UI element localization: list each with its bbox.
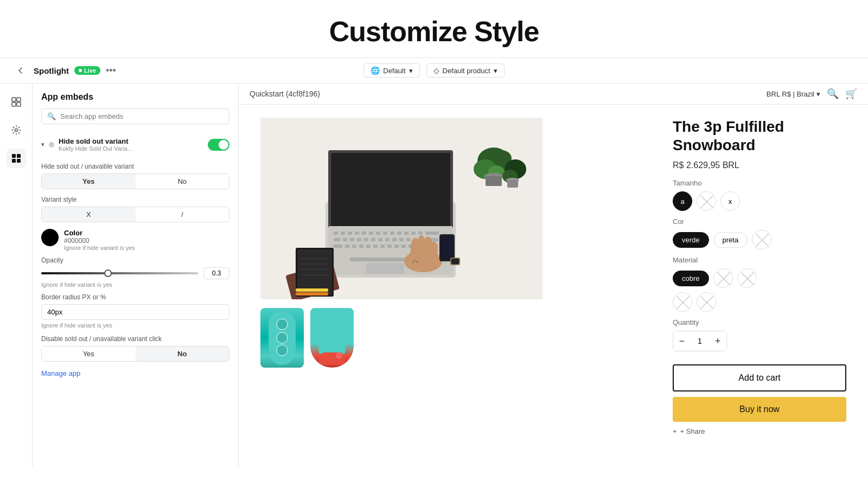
svg-rect-21 — [383, 232, 387, 235]
sidebar — [0, 84, 33, 467]
live-dot — [79, 69, 82, 72]
variant-x-button[interactable]: X — [42, 207, 136, 222]
svg-rect-32 — [364, 238, 368, 241]
tamanho-x-option[interactable]: x — [720, 191, 740, 211]
opacity-control — [41, 267, 229, 279]
disable-yes-button[interactable]: Yes — [42, 346, 136, 361]
opacity-input[interactable] — [203, 267, 229, 279]
tamanho-a-option[interactable]: a — [673, 191, 692, 211]
cor-preta-option[interactable]: preta — [713, 232, 748, 248]
live-badge: Live — [74, 66, 100, 75]
quantity-decrease-button[interactable]: − — [673, 331, 691, 351]
embed-status-dot — [49, 142, 54, 147]
cor-options: verde preta — [673, 230, 846, 249]
sidebar-settings-icon[interactable] — [7, 120, 26, 140]
cor-verde-option[interactable]: verde — [673, 232, 709, 248]
svg-rect-33 — [371, 238, 375, 241]
disable-label: Disable sold out / unavailable variant c… — [41, 335, 229, 343]
opacity-note: Ignore if hide variant is yes — [41, 281, 229, 288]
svg-point-92 — [336, 352, 342, 359]
svg-rect-47 — [373, 245, 378, 248]
chevron-down-icon: ▾ — [409, 67, 413, 75]
opacity-slider[interactable] — [41, 272, 198, 274]
buy-now-button[interactable]: Buy it now — [673, 397, 846, 422]
manage-app-link[interactable]: Manage app — [41, 369, 229, 377]
add-to-cart-button[interactable]: Add to cart — [673, 364, 846, 391]
embed-toggle[interactable] — [208, 139, 229, 151]
no-button[interactable]: No — [136, 174, 229, 189]
svg-rect-30 — [350, 238, 354, 241]
toggle-knob — [219, 140, 228, 150]
material-crossed-1-option — [713, 268, 733, 288]
border-radius-input[interactable] — [41, 304, 229, 320]
variant-slash-button[interactable]: / — [136, 207, 229, 222]
default-product-dropdown[interactable]: ◇ Default product ▾ — [426, 63, 505, 78]
panel-title: App embeds — [41, 92, 229, 102]
app-name: Spotlight — [34, 66, 69, 75]
sidebar-apps-icon[interactable] — [7, 149, 26, 168]
default-dropdown[interactable]: 🌐 Default ▾ — [363, 63, 419, 78]
preview-area: Quickstart (4cf8f196) BRL R$ | Brazil ▾ … — [239, 84, 868, 467]
search-box: 🔍 — [41, 108, 229, 124]
embed-header[interactable]: ▾ Hide sold out variant Kokfy Hide Sold … — [41, 133, 229, 156]
svg-rect-7 — [12, 159, 16, 163]
material-section: Material cobre — [673, 256, 846, 312]
svg-rect-37 — [399, 238, 404, 241]
material-crossed-4-option — [697, 292, 716, 312]
thumbnail-1[interactable] — [260, 308, 304, 368]
search-icon: 🔍 — [47, 112, 56, 120]
disable-no-button[interactable]: No — [136, 346, 229, 361]
more-options-button[interactable]: ••• — [106, 65, 116, 76]
currency-selector[interactable]: BRL R$ | Brazil ▾ — [767, 90, 820, 98]
disable-group: Yes No — [41, 346, 229, 362]
quantity-label: Quantity — [673, 318, 846, 326]
svg-rect-2 — [12, 102, 16, 106]
main-layout: App embeds 🔍 ▾ Hide sold out variant Kok… — [0, 84, 868, 467]
svg-rect-35 — [385, 238, 390, 241]
quantity-stepper: − 1 + — [673, 331, 727, 351]
svg-rect-51 — [401, 245, 406, 248]
svg-rect-44 — [352, 245, 356, 248]
back-button[interactable] — [13, 63, 28, 78]
search-preview-icon[interactable]: 🔍 — [827, 88, 839, 100]
search-input[interactable] — [60, 112, 224, 120]
cart-icon[interactable]: 🛒 — [845, 88, 857, 100]
diamond-icon: ◇ — [433, 66, 439, 75]
svg-rect-14 — [334, 232, 338, 235]
svg-rect-56 — [366, 263, 404, 274]
thumbnail-2[interactable] — [310, 308, 354, 368]
chevron-down-icon-3: ▾ — [816, 90, 820, 98]
quantity-increase-button[interactable]: + — [709, 331, 726, 351]
embed-name: Hide sold out variant — [59, 137, 132, 145]
border-note: Ignore if hide variant is yes — [41, 322, 229, 329]
preview-content: The 3p Fulfilled Snowboard R$ 2.629,95 B… — [239, 105, 868, 448]
yes-button[interactable]: Yes — [42, 174, 136, 189]
share-row[interactable]: + + Share — [673, 427, 846, 435]
material-options: cobre — [673, 268, 846, 288]
color-swatch[interactable] — [41, 229, 59, 246]
tamanho-section: Tamanho a x — [673, 179, 846, 211]
thumbnail-row — [260, 308, 651, 368]
svg-rect-38 — [406, 238, 411, 241]
opacity-row: Opacity Ignore if hide variant is yes — [41, 256, 229, 288]
svg-rect-29 — [343, 238, 347, 241]
tamanho-options: a x — [673, 191, 846, 211]
product-info: The 3p Fulfilled Snowboard R$ 2.629,95 B… — [673, 118, 846, 435]
material-cobre-option[interactable]: cobre — [673, 271, 709, 286]
cor-crossed-option — [752, 230, 771, 249]
svg-point-89 — [277, 345, 288, 356]
svg-point-87 — [277, 319, 288, 330]
svg-rect-15 — [341, 232, 345, 235]
top-bar: Spotlight Live ••• 🌐 Default ▾ ◇ Default… — [0, 57, 868, 84]
hide-sold-out-group: Yes No — [41, 174, 229, 189]
svg-rect-46 — [366, 245, 371, 248]
globe-icon: 🌐 — [371, 66, 380, 75]
preview-topbar: Quickstart (4cf8f196) BRL R$ | Brazil ▾ … — [239, 84, 868, 105]
product-price: R$ 2.629,95 BRL — [673, 160, 846, 170]
color-note: Ignore if hide variant is yes — [64, 245, 135, 251]
sidebar-layout-icon[interactable] — [7, 92, 26, 112]
svg-rect-76 — [507, 180, 518, 188]
variant-style-label: Variant style — [41, 196, 229, 203]
svg-point-4 — [15, 129, 17, 132]
svg-rect-72 — [486, 176, 502, 186]
